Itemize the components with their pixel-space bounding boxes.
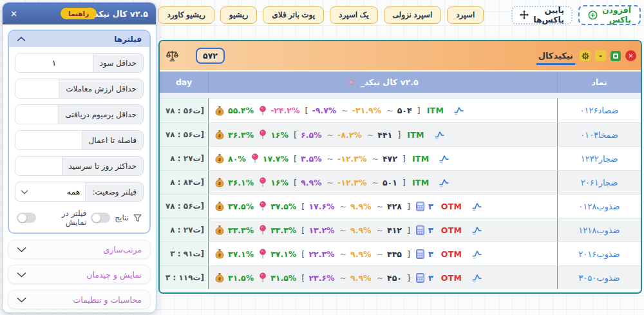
symbol-link[interactable]: ضذوب۰۱۲۸ — [578, 202, 620, 211]
box-tab-title[interactable]: نیکیدکال — [536, 47, 575, 65]
strategy-button-put-butterfly[interactable]: پوت باتر فلای — [263, 6, 324, 24]
day-value: ۷۸ : ۵۶ت] — [166, 130, 204, 139]
scale-icon[interactable] — [166, 50, 179, 62]
filter-in-view-toggle[interactable] — [17, 213, 36, 223]
strategy-button-bear-spread[interactable]: اسپرد نزولی — [384, 6, 442, 24]
day-value: ۳ : ۹۱ت] — [170, 249, 204, 258]
section-calculations-settings[interactable]: محاسبات و تنظیمات — [8, 290, 151, 309]
close-icon[interactable]: ✕ — [10, 10, 17, 18]
symbol-link[interactable]: ضصاد۰۱۲۶ — [580, 106, 619, 115]
strategy-cell: ۵۵.۴% -۲۴.۲% [ -۹.۷% ~ -۳۱.۹% ~ ۵۰۴ ] IT… — [209, 99, 557, 122]
table-row: ضجار۲۰۶۱ ۳۶.۱% ۱۶% [ ۹.۹% ~ -۱۲.۳% ~ ۵۰۱… — [160, 170, 641, 194]
open-bracket: [ — [294, 130, 297, 140]
distance-to-strike-row: فاصله تا اعمال — [15, 130, 144, 150]
pin-value: ۱۷.۷% — [263, 154, 289, 164]
pin-icon — [259, 225, 267, 235]
range-low-value: ۳.۵% — [301, 154, 322, 164]
symbol-link[interactable]: ضذوب۳۰۵۰ — [578, 273, 620, 283]
chart-icon[interactable] — [439, 154, 450, 164]
strategy-cell: ۳۷.۵% ۳۷.۵% [ ۱۷.۶% ~ ۹.۹% ~ ۴۲۸ ] ۳ OTM — [209, 195, 557, 218]
status-filter-label: فیلتر وضعیت: — [85, 182, 143, 201]
page-background: افزودن باکس پایین باکس‌ها اسپرد اسپرد نز… — [0, 0, 644, 315]
table-row: ضصاد۰۱۲۶ ۵۵.۴% -۲۴.۲% [ -۹.۷% ~ -۳۱.۹% ~… — [160, 99, 641, 122]
tilde-separator: ~ — [341, 106, 348, 115]
section-display-layout[interactable]: نمایش و چیدمان — [8, 265, 151, 284]
move-boxes-button[interactable]: پایین باکس‌ها — [511, 6, 573, 24]
open-bracket: [ — [294, 154, 297, 164]
chart-icon[interactable] — [434, 130, 445, 140]
min-premium-input[interactable] — [15, 105, 58, 124]
day-cell: ۸ : ۲۷ت] — [160, 218, 209, 242]
close-bracket: ] — [402, 154, 406, 164]
range-high-value: ۹.۹% — [350, 249, 372, 259]
expand-box-icon[interactable] — [611, 51, 621, 61]
money-bag-icon — [215, 153, 224, 164]
pin-icon — [259, 106, 267, 116]
column-header-day[interactable]: day — [160, 72, 209, 93]
open-bracket: [ — [301, 273, 305, 283]
symbol-link[interactable]: ضذوب۱۲۱۸ — [578, 225, 620, 235]
max-days-label: حداکثر روز تا سرسید — [62, 157, 143, 175]
min-premium-row: حداقل پرمیوم دریافتی — [15, 104, 144, 124]
filters-section-header[interactable]: فیلترها — [9, 31, 149, 47]
money-bag-icon — [215, 177, 224, 187]
open-bracket: [ — [294, 178, 297, 187]
moneyness-tag: ITM — [427, 106, 444, 115]
symbol-cell: ضمخا۰۱۰۳ — [557, 123, 641, 146]
symbol-link[interactable]: ضذوب۲۰۱۶ — [578, 249, 620, 259]
column-header-strategy[interactable]: _نیکد‎ کال‎ v۲.۵ — [209, 72, 557, 93]
chart-icon[interactable] — [471, 225, 482, 235]
distance-to-strike-input[interactable] — [15, 131, 82, 149]
steps-value: ۳ — [428, 249, 433, 259]
range-high-value: -۱۲.۳% — [337, 154, 366, 164]
gear-icon[interactable] — [580, 50, 591, 61]
day-cell: ۷۸ : ۵۶ت] — [160, 99, 209, 122]
move-boxes-label: پایین باکس‌ها — [533, 5, 564, 24]
symbol-link[interactable]: ضجار۱۲۳۲ — [581, 154, 618, 164]
chart-icon[interactable] — [439, 178, 450, 187]
chart-icon[interactable] — [471, 273, 482, 283]
top-toolbar: افزودن باکس پایین باکس‌ها اسپرد اسپرد نز… — [160, 5, 641, 25]
chevron-up-icon — [17, 36, 26, 42]
strategy-button-one-spread[interactable]: یک اسپرد — [330, 6, 377, 24]
chart-icon[interactable] — [471, 202, 482, 211]
status-select[interactable]: همه — [15, 182, 85, 201]
column-header-symbol[interactable]: نماد — [557, 72, 641, 93]
help-badge[interactable]: راهنما — [61, 8, 97, 19]
strategy-cell: ۳۶.۳% ۱۶% [ ۶.۵% ~ -۸.۲% ~ ۴۴۱ ] ITM — [209, 123, 557, 146]
chart-icon[interactable] — [471, 249, 482, 259]
strike-value: ۵۰۴ — [397, 106, 412, 115]
strike-value: ۴۷۲ — [383, 154, 397, 164]
symbol-link[interactable]: ضمخا۰۱۰۳ — [580, 130, 618, 140]
results-toggle[interactable] — [91, 213, 110, 223]
moneyness-tag: ITM — [412, 178, 430, 187]
table-row: ضمخا۰۱۰۳ ۳۶.۳% ۱۶% [ ۶.۵% ~ -۸.۲% ~ ۴۴۱ … — [160, 122, 641, 146]
strategy-button-ratio[interactable]: ریشیو — [220, 6, 258, 24]
pin-value: ۳۷.۱% — [270, 249, 296, 259]
symbol-cell: ضذوب۳۰۵۰ — [557, 266, 641, 289]
add-box-button[interactable]: افزودن باکس — [578, 5, 641, 25]
plus-circle-icon — [588, 10, 598, 20]
close-box-icon[interactable]: ✕ — [625, 50, 636, 61]
day-cell: ۳ : ۱۱۹ت] — [160, 266, 209, 289]
table-header-row: نماد _نیکد‎ کال‎ v۲.۵ day — [160, 70, 641, 93]
section-sorting[interactable]: مرتب‌سازی — [8, 240, 151, 259]
chart-icon[interactable] — [453, 106, 464, 115]
max-days-input[interactable] — [15, 157, 62, 175]
calculator-icon — [416, 202, 424, 211]
symbol-link[interactable]: ضجار۲۰۶۱ — [581, 178, 618, 187]
pin-value: ۱۶% — [270, 178, 289, 187]
nikeid-call-box: ✕ - نیکیدکال ۵۷۲ نماد _نیکد — [158, 40, 642, 294]
min-profit-input[interactable] — [15, 53, 93, 72]
tilde-separator: ~ — [377, 225, 383, 235]
filter-panel: ✕ راهنما _نیکد‎ کال‎ v۲.۵ فیلترها حداقل … — [2, 2, 156, 313]
strategy-button-spread[interactable]: اسپرد — [447, 6, 484, 24]
minimize-box-icon[interactable]: - — [595, 50, 606, 61]
day-value: ۳ : ۱۱۹ت] — [166, 273, 204, 282]
strategy-cell: ۳۶.۱% ۱۶% [ ۹.۹% ~ -۱۲.۳% ~ ۵۰۱ ] ITM — [209, 171, 557, 194]
strategy-button-ratio-covered[interactable]: ریشیو کاورد — [158, 6, 214, 24]
day-value: ۷۸ : ۵۶ت] — [166, 106, 204, 115]
min-trade-value-input[interactable] — [15, 79, 59, 98]
range-high-value: -۸.۲% — [337, 130, 362, 140]
move-icon — [520, 10, 529, 19]
